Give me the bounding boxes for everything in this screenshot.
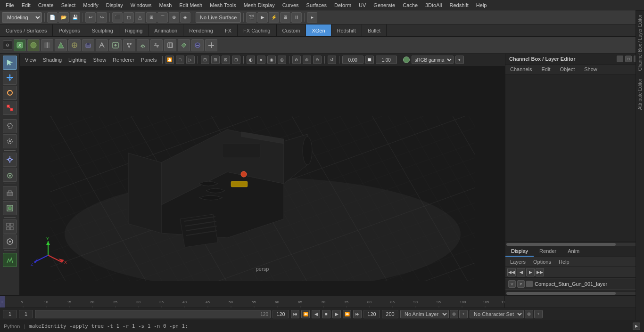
vp-menu-show[interactable]: Show [91,56,109,64]
layer-tab-render[interactable]: Render [534,246,562,257]
tab-bullet[interactable]: Bullet [362,24,387,36]
menu-deform[interactable]: Deform [330,1,355,9]
vp-shading-4[interactable]: ◎ [278,56,286,64]
time-slider[interactable]: 120 [35,310,271,318]
vp-shading-3[interactable]: ◉ [267,56,276,64]
channel-box-minimize-btn[interactable]: _ [617,56,623,62]
menu-file[interactable]: File [2,1,18,9]
vp-render-1[interactable]: ⊘ [292,56,301,64]
xgen-icon-12[interactable] [164,39,176,51]
menu-mesh[interactable]: Mesh [155,1,175,9]
tab-fx[interactable]: FX [219,24,238,36]
vp-render-2[interactable]: ⊚ [303,56,311,64]
vp-icon-1[interactable]: ⊟ [201,56,209,64]
menu-mesh-display[interactable]: Mesh Display [240,1,279,9]
live-surface-btn[interactable]: No Live Surface [196,12,241,23]
timeline-ruler[interactable]: 0 5 10 15 20 25 30 35 40 45 50 [0,296,505,308]
move-pivot-tool[interactable] [3,153,17,167]
scrollbar-thumb[interactable] [506,243,616,246]
layer-scrollbar-track[interactable] [506,292,643,295]
vp-icon-2[interactable]: ⊞ [211,56,220,64]
tab-xgen[interactable]: XGen [306,24,331,36]
xgen-icon-2[interactable] [27,39,40,51]
vp-coord-x[interactable] [342,56,363,64]
save-scene-btn[interactable]: 💾 [70,12,80,23]
char-set-btn-2[interactable]: + [534,310,543,318]
more-tools-btn[interactable]: ▸ [307,12,317,23]
anim-layer-dropdown[interactable]: No Anim Layer [400,310,449,318]
mode-dropdown[interactable]: Modeling Animation Rigging Rendering FX [2,12,42,23]
layer-nav-next[interactable]: ▶ [526,268,535,276]
snap-settings-btn[interactable] [3,235,17,249]
cb-menu-object[interactable]: Object [555,65,579,74]
render-view-btn[interactable]: 🖥 [280,12,290,23]
current-frame-field[interactable] [3,310,17,318]
menu-modify[interactable]: Modify [79,1,102,9]
menu-help[interactable]: Help [472,1,491,9]
select-by-obj-btn[interactable]: ◻ [124,12,134,23]
menu-generate[interactable]: Generate [370,1,399,9]
move-tool[interactable] [3,71,17,85]
shelf-settings-btn[interactable]: ⚙ [3,40,12,50]
anim-end-field[interactable] [382,310,398,318]
redo-btn[interactable]: ↪ [97,12,107,23]
step-fwd-btn[interactable]: ⏩ [343,310,351,318]
viewport[interactable]: View Shading Lighting Show Renderer Pane… [20,54,505,295]
new-scene-btn[interactable]: 📄 [47,12,58,23]
vp-menu-shading[interactable]: Shading [41,56,64,64]
go-end-btn[interactable]: ⏭ [353,310,362,318]
channel-box-side-tab[interactable]: Channel Box / Layer Editor [636,10,644,75]
undo-btn[interactable]: ↩ [85,12,96,23]
menu-curves[interactable]: Curves [279,1,303,9]
layer-tab-anim[interactable]: Anim [562,246,585,257]
select-tool[interactable] [3,56,17,70]
layer-row[interactable]: V P Compact_Stun_Gun_001_layer [505,279,644,290]
cb-menu-channels[interactable]: Channels [505,65,537,74]
tab-polygons[interactable]: Polygons [53,24,86,36]
render-settings-btn[interactable]: 🎬 [246,12,256,23]
vp-misc-1[interactable]: ↺ [328,56,336,64]
layer-scrollbar-thumb[interactable] [506,292,616,295]
vp-coord-y[interactable] [376,56,397,64]
menu-uv[interactable]: UV [355,1,370,9]
snap-surface-btn[interactable]: ◈ [180,12,190,23]
xgen-icon-3[interactable] [41,39,53,51]
xgen-icon-7[interactable] [96,39,108,51]
xgen-icon-1[interactable]: X [14,39,26,51]
vp-camera-3[interactable]: ▷ [186,56,195,64]
layer-menu-options[interactable]: Options [530,258,554,266]
lasso-tool[interactable] [3,119,17,133]
play-back-btn[interactable]: ◀ [312,310,320,318]
layer-nav-prev[interactable]: ◀ [517,268,525,276]
tab-fx-caching[interactable]: FX Caching [238,24,276,36]
xgen-icon-4[interactable] [55,39,67,51]
tab-custom[interactable]: Custom [277,24,306,36]
cb-menu-edit[interactable]: Edit [537,65,555,74]
menu-cache[interactable]: Cache [399,1,421,9]
layer-scrollbar[interactable] [505,291,644,295]
xgen-icon-11[interactable] [150,39,163,51]
menu-surfaces[interactable]: Surfaces [303,1,330,9]
layer-nav-end[interactable]: ▶▶ [536,268,544,276]
scale-tool[interactable] [3,101,17,115]
ipr-btn[interactable]: ⚡ [269,12,279,23]
vp-menu-lighting[interactable]: Lighting [66,56,89,64]
xgen-icon-13[interactable] [178,39,190,51]
channel-box-scrollbar[interactable] [505,242,644,246]
anim-layer-btn-1[interactable]: ⚙ [450,310,458,318]
render-btn[interactable]: ▶ [257,12,268,23]
xgen-icon-10[interactable] [137,39,149,51]
layer-nav-start[interactable]: ◀◀ [507,268,516,276]
snap-point-btn[interactable]: ⊕ [169,12,179,23]
char-set-btn-1[interactable]: ⚙ [525,310,533,318]
open-scene-btn[interactable]: 📂 [58,12,69,23]
layer-tab-display[interactable]: Display [505,246,534,257]
paint-sel-tool[interactable] [3,134,17,148]
tab-animation[interactable]: Animation [149,24,183,36]
scrollbar-track[interactable] [506,243,643,246]
tab-curves-surfaces[interactable]: Curves / Surfaces [0,24,53,36]
attribute-editor-side-tab[interactable]: Attribute Editor [636,75,644,113]
play-fwd-btn[interactable]: ▶ [332,310,341,318]
layer-visibility-btn[interactable]: V [508,280,516,288]
layer-playback-btn[interactable]: P [517,280,525,288]
